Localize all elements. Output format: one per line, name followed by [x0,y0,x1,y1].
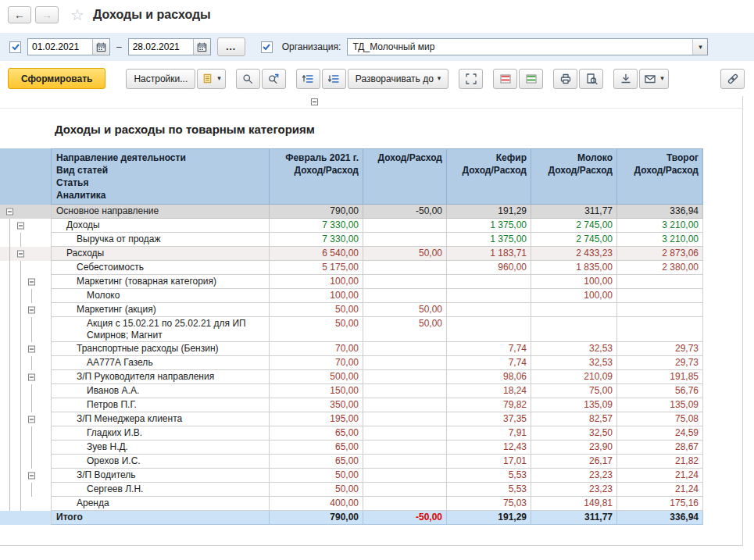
cell-value[interactable]: 336,94 [617,511,703,525]
cell-value[interactable]: 175,16 [617,497,703,511]
cell-value[interactable] [363,398,447,412]
search-next-button[interactable] [262,69,286,89]
cell-value[interactable]: 7,74 [447,342,531,356]
collapse-row-toggle[interactable] [28,279,35,286]
table-row[interactable]: Сергеев Л.Н.50,005,5323,2321,24 [0,483,703,497]
cell-value[interactable]: 70,00 [270,342,363,356]
cell-value[interactable] [363,426,447,441]
cell-value[interactable]: 21,24 [617,483,703,497]
cell-value[interactable] [531,303,617,317]
table-row[interactable]: Транспортные расходы (Бензин)70,007,7432… [0,342,703,356]
cell-value[interactable]: 7,91 [447,426,531,441]
calendar-button[interactable] [92,39,109,55]
cell-value[interactable]: 1 375,00 [447,219,531,233]
cell-value[interactable]: 500,00 [270,370,363,384]
header-column-moloko[interactable]: Молоко Доход/Расход [531,148,617,205]
cell-value[interactable]: 960,00 [447,261,531,275]
cell-value[interactable]: 65,00 [270,426,363,441]
cell-value[interactable]: 150,00 [270,384,363,398]
back-button[interactable]: ← [8,6,31,23]
cell-value[interactable]: 26,17 [531,455,617,469]
collapse-row-toggle[interactable] [28,374,35,381]
cell-value[interactable]: 75,03 [447,497,531,511]
cell-value[interactable]: 400,00 [270,497,363,511]
cell-value[interactable]: 50,00 [363,303,447,317]
cell-value[interactable]: 32,50 [531,426,617,441]
cell-value[interactable] [617,317,703,342]
cell-value[interactable]: 135,09 [531,398,617,412]
cell-value[interactable]: 37,35 [447,412,531,426]
header-column-kefir[interactable]: Кефир Доход/Расход [447,148,531,205]
cell-value[interactable] [363,289,447,303]
collapse-row-toggle[interactable] [28,307,35,314]
row-label[interactable]: Гладких И.В. [51,426,270,441]
search-button[interactable] [236,69,260,89]
cell-value[interactable]: 50,00 [363,247,447,261]
cell-value[interactable] [363,275,447,289]
organization-checkbox[interactable] [261,41,273,53]
cell-value[interactable]: 5 175,00 [270,261,363,275]
settings-button[interactable]: Настройки... [126,69,195,89]
cell-value[interactable]: 29,73 [617,356,703,370]
cell-value[interactable]: 3 210,00 [617,219,703,233]
header-grouping-column[interactable]: Направление деятельности Вид статей Стат… [51,148,270,205]
cell-value[interactable] [363,441,447,455]
cell-value[interactable]: 135,09 [617,398,703,412]
cell-value[interactable]: 100,00 [270,289,363,303]
collapse-row-toggle[interactable] [28,416,35,423]
print-button[interactable] [553,69,577,89]
header-column-blank[interactable]: Доход/Расход [363,148,447,205]
cell-value[interactable]: 65,00 [270,441,363,455]
period-more-button[interactable]: ... [217,37,245,56]
cell-value[interactable]: 32,53 [531,356,617,370]
negative-highlight-button[interactable] [493,69,517,89]
cell-value[interactable]: 195,00 [270,412,363,426]
collapse-row-toggle[interactable] [28,473,35,480]
cell-value[interactable] [617,289,703,303]
header-column-tvorog[interactable]: Творог Доход/Расход [617,148,703,205]
cell-value[interactable]: 65,00 [270,455,363,469]
cell-value[interactable]: 5,53 [447,469,531,483]
cell-value[interactable]: 70,00 [270,356,363,370]
cell-value[interactable]: 1 835,00 [531,261,617,275]
cell-value[interactable]: 12,43 [447,441,531,455]
cell-value[interactable] [363,342,447,356]
row-label[interactable]: Доходы [51,219,270,233]
table-row[interactable]: З/П Руководителя направления500,0098,062… [0,370,703,384]
cell-value[interactable] [447,317,531,342]
table-row[interactable]: Петров П.Г.350,0079,82135,09135,09 [0,398,703,412]
cell-value[interactable]: 350,00 [270,398,363,412]
cell-value[interactable] [363,233,447,247]
collapse-row-toggle[interactable] [6,209,13,216]
row-label[interactable]: Выручка от продаж [51,233,270,247]
cell-value[interactable] [363,261,447,275]
cell-value[interactable] [363,483,447,497]
cell-value[interactable]: 210,09 [531,370,617,384]
cell-value[interactable]: 100,00 [531,275,617,289]
report-variants-button[interactable]: ▾ [197,69,226,89]
cell-value[interactable]: 790,00 [270,511,363,525]
row-label[interactable]: Зуев Н.Д. [51,441,270,455]
cell-value[interactable] [363,469,447,483]
fullscreen-button[interactable] [459,69,483,89]
table-header[interactable]: Направление деятельности Вид статей Стат… [0,148,703,205]
cell-value[interactable]: 23,90 [531,441,617,455]
row-label[interactable]: Молоко [51,289,270,303]
cell-value[interactable]: 2 745,00 [531,233,617,247]
cell-value[interactable]: 100,00 [270,275,363,289]
cell-value[interactable]: 98,06 [447,370,531,384]
cell-value[interactable] [447,275,531,289]
cell-value[interactable]: 23,23 [531,483,617,497]
cell-value[interactable]: 79,82 [447,398,531,412]
cell-value[interactable]: 191,29 [447,511,531,525]
row-label[interactable]: Иванов А.А. [51,384,270,398]
cell-value[interactable]: 50,00 [363,317,447,342]
cell-value[interactable]: 32,53 [531,342,617,356]
table-row[interactable]: АА777А Газель70,007,7432,5329,73 [0,356,703,370]
table-row[interactable]: Доходы7 330,001 375,002 745,003 210,00 [0,219,703,233]
cell-value[interactable]: 17,01 [447,455,531,469]
collapse-row-toggle[interactable] [28,346,35,353]
table-row[interactable]: Аренда400,0075,03149,81175,16 [0,497,703,511]
cell-value[interactable] [363,356,447,370]
row-label[interactable]: Петров П.Г. [51,398,270,412]
